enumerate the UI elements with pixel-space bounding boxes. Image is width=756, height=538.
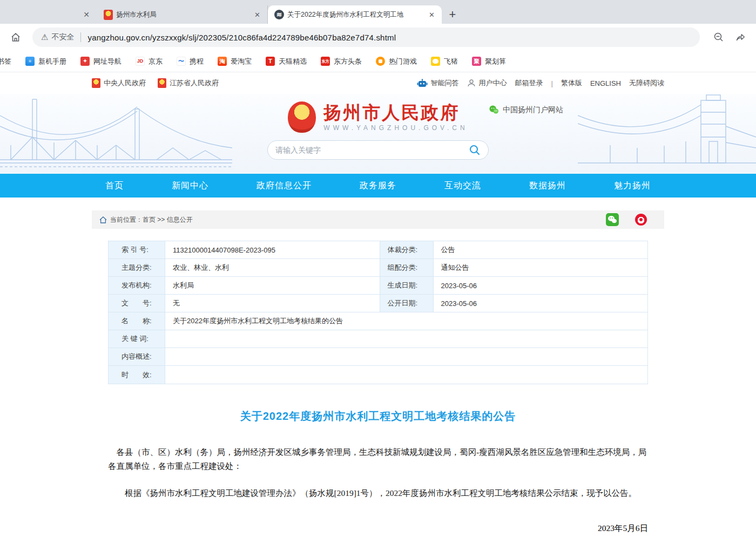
bookmark-games[interactable]: 热门游戏: [376, 57, 417, 66]
site-favicon-icon: ≋: [274, 10, 284, 19]
site-nav-icon: ✦: [80, 57, 90, 66]
not-secure-warning-icon[interactable]: ⚠: [41, 32, 48, 42]
share-icon[interactable]: [733, 30, 747, 44]
field-label: 发布机构:: [109, 277, 165, 294]
home-icon[interactable]: [9, 30, 23, 44]
omnibox-divider: [80, 32, 81, 42]
breadcrumb: 当前位置：首页 >> 信息公开: [92, 210, 664, 229]
link-central-gov[interactable]: 中央人民政府: [92, 78, 146, 88]
zoom-out-icon[interactable]: [712, 30, 726, 44]
ctrip-icon: 〜: [177, 57, 186, 66]
article-paragraph: 各县（市、区）水利（务）局，扬州经济开发区城乡事务管理局，生态科技新城规划建设局…: [108, 445, 648, 473]
tab-strip: ✕ 扬州市水利局 ✕ ≋ 关于2022年度扬州市水利工程文明工地 ✕ +: [0, 0, 756, 24]
site-name: 扬州市人民政府: [323, 103, 468, 123]
nav-info-disclosure[interactable]: 政府信息公开: [256, 180, 312, 192]
nav-services[interactable]: 政务服务: [360, 180, 396, 192]
article-date: 2023年5月6日: [108, 523, 648, 534]
search-input[interactable]: [275, 146, 469, 154]
tab-title: 扬州市水利局: [116, 10, 248, 19]
table-row: 内容概述:: [109, 348, 647, 366]
link-smart-qa[interactable]: 智能问答: [417, 78, 459, 88]
bookmark-site-nav[interactable]: ✦网址导航: [80, 57, 122, 66]
juhuasuan-icon: 聚: [472, 57, 481, 66]
field-value: 公告: [434, 241, 648, 258]
tmall-icon: T: [266, 57, 275, 66]
field-value: 关于2022年度扬州市水利工程文明工地考核结果的公告: [165, 312, 647, 330]
link-jiangsu-gov[interactable]: 江苏省人民政府: [158, 78, 219, 88]
wechat-icon: [489, 105, 499, 115]
field-label: 生成日期:: [380, 277, 434, 294]
bookmark-juhuasuan[interactable]: 聚聚划算: [472, 57, 506, 66]
table-row: 关 键 词:: [109, 330, 647, 348]
separator: |: [551, 79, 553, 87]
home-icon[interactable]: [99, 216, 107, 223]
breadcrumb-text: 当前位置：首页 >> 信息公开: [110, 215, 193, 224]
tab-yangzhou-water-bureau[interactable]: 扬州市水利局 ✕: [97, 5, 268, 24]
field-value: 2023-05-06: [434, 295, 648, 312]
bookmarks-bar: 机书签 ≡新机手册 ✦网址导航 JD京东 〜携程 淘爱淘宝 T天猫精选 东方东方…: [0, 51, 756, 72]
browser-toolbar: ⚠ 不安全 yangzhou.gov.cn/yzszxxgk/slj/20230…: [0, 24, 756, 51]
weibo-share-icon[interactable]: [635, 214, 647, 226]
article-paragraph: 根据《扬州市水利工程文明工地建设管理办法》（扬水规[2019]1号），2022年…: [108, 486, 648, 500]
security-label: 不安全: [51, 32, 74, 42]
nav-data[interactable]: 数据扬州: [529, 180, 566, 192]
search-icon[interactable]: [469, 144, 481, 156]
address-bar[interactable]: ⚠ 不安全 yangzhou.gov.cn/yzszxxgk/slj/20230…: [32, 28, 700, 47]
portal-label[interactable]: 中国扬州门户网站: [489, 105, 563, 115]
taobao-icon: 淘: [218, 57, 227, 66]
user-icon: [467, 79, 476, 87]
field-label: 内容概述:: [109, 348, 165, 365]
jd-icon: JD: [136, 57, 145, 66]
field-label: 公开日期:: [380, 295, 434, 312]
article: 关于2022年度扬州市水利工程文明工地考核结果的公告 各县（市、区）水利（务）局…: [92, 409, 664, 538]
bookmark-taobao[interactable]: 淘爱淘宝: [218, 57, 252, 66]
field-label: 组配分类:: [380, 259, 434, 276]
bookmark-ctrip[interactable]: 〜携程: [177, 57, 204, 66]
emblem-icon: [158, 78, 166, 88]
article-title: 关于2022年度扬州市水利工程文明工地考核结果的公告: [108, 409, 648, 424]
field-label: 关 键 词:: [109, 330, 165, 348]
table-row: 名 称: 关于2022年度扬州市水利工程文明工地考核结果的公告: [109, 312, 647, 330]
tab-close-icon[interactable]: ✕: [426, 10, 437, 20]
url-text[interactable]: yangzhou.gov.cn/yzszxxgk/slj/202305/210c…: [87, 33, 396, 42]
wechat-share-icon[interactable]: [606, 213, 619, 226]
field-value: [165, 348, 647, 365]
games-icon: [376, 57, 385, 66]
fliggy-pig-icon: [431, 57, 440, 66]
nav-news[interactable]: 新闻中心: [172, 180, 208, 192]
field-value: 2023-05-06: [434, 277, 648, 294]
table-row: 时 效:: [109, 366, 647, 384]
link-user-center[interactable]: 用户中心: [467, 78, 507, 88]
bookmark-manual[interactable]: ≡新机手册: [25, 57, 66, 66]
link-accessible[interactable]: 无障碍阅读: [629, 78, 664, 88]
field-value: [165, 366, 647, 384]
partial-tab-close-button[interactable]: ✕: [76, 5, 97, 24]
gov-utility-bar: 中央人民政府 江苏省人民政府 智能问答: [0, 72, 756, 94]
field-value: 通知公告: [434, 259, 648, 276]
nav-interaction[interactable]: 互动交流: [444, 180, 481, 192]
site-banner: 扬州市人民政府 WWW.YANGZHOU.GOV.CN 中国扬州门户网站: [0, 94, 756, 174]
manual-icon: ≡: [25, 57, 35, 66]
field-value: 无: [165, 295, 380, 312]
nav-charm[interactable]: 魅力扬州: [614, 180, 651, 192]
link-english[interactable]: ENGLISH: [590, 79, 621, 87]
tab-announcement-active[interactable]: ≋ 关于2022年度扬州市水利工程文明工地 ✕: [268, 5, 442, 24]
bookmark-fliggy[interactable]: 飞猪: [431, 57, 458, 66]
field-value: 水利局: [165, 277, 380, 294]
tab-close-icon[interactable]: ✕: [252, 10, 263, 20]
page-content: 当前位置：首页 >> 信息公开 索 引 号: 11321000014407098…: [92, 210, 664, 538]
field-value: [165, 330, 647, 348]
nav-home[interactable]: 首页: [105, 180, 124, 192]
field-value: 11321000014407098E-2023-095: [165, 241, 380, 258]
metadata-table: 索 引 号: 11321000014407098E-2023-095 体裁分类:…: [108, 241, 648, 384]
emblem-icon: [92, 78, 100, 88]
field-label: 索 引 号:: [109, 241, 165, 258]
link-mail-login[interactable]: 邮箱登录: [515, 78, 543, 88]
bookmark-tmall[interactable]: T天猫精选: [266, 57, 307, 66]
link-traditional[interactable]: 繁体版: [561, 78, 582, 88]
site-url: WWW.YANGZHOU.GOV.CN: [323, 124, 468, 132]
bookmark-jd[interactable]: JD京东: [136, 57, 163, 66]
new-tab-button[interactable]: +: [442, 5, 463, 24]
bookmark-clipped[interactable]: 机书签: [0, 57, 11, 66]
bookmark-toutiao[interactable]: 东方东方头条: [321, 57, 362, 66]
